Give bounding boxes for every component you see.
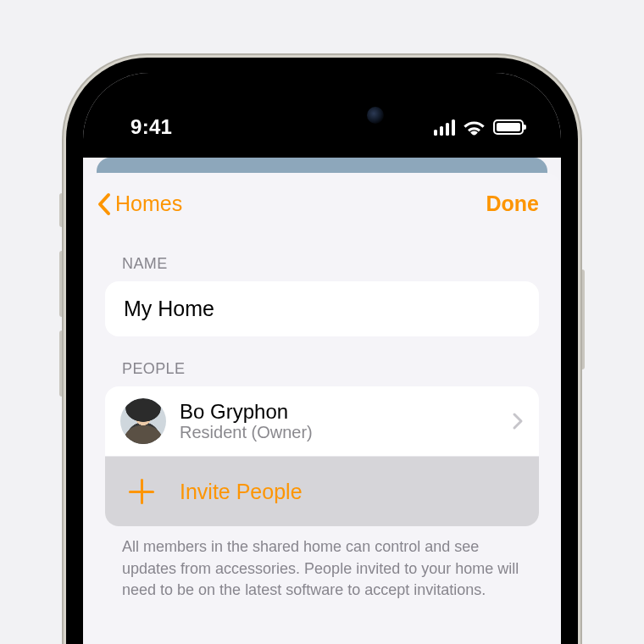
sheet-content: NAME My Home PEOPLE Bo Gryphon Resident … — [83, 255, 561, 602]
invite-label: Invite People — [180, 480, 524, 504]
battery-icon — [493, 119, 524, 135]
phone-bezel: 9:41 — [66, 58, 578, 644]
phone-screen: 9:41 — [83, 73, 561, 644]
back-label: Homes — [115, 192, 182, 216]
nav-bar: Homes Done — [83, 173, 561, 231]
plus-icon — [124, 474, 159, 509]
people-footer-text: All members in the shared home can contr… — [105, 526, 539, 602]
back-button[interactable]: Homes — [97, 192, 182, 216]
done-button[interactable]: Done — [486, 192, 540, 216]
person-text: Bo Gryphon Resident (Owner) — [180, 400, 493, 443]
person-role: Resident (Owner) — [180, 423, 493, 442]
volume-down-button — [59, 330, 66, 397]
person-row[interactable]: Bo Gryphon Resident (Owner) — [105, 386, 539, 456]
dynamic-island — [245, 93, 399, 137]
wifi-icon — [464, 119, 485, 136]
home-name-input[interactable]: My Home — [105, 281, 539, 336]
phone-frame: 9:41 — [66, 58, 578, 644]
chevron-left-icon — [97, 192, 112, 216]
status-icons — [434, 119, 525, 136]
people-card: Bo Gryphon Resident (Owner) Invite Peopl… — [105, 386, 539, 526]
settings-sheet: Homes Done NAME My Home PEOPLE Bo G — [83, 173, 561, 644]
name-card: My Home — [105, 281, 539, 336]
invite-people-button[interactable]: Invite People — [105, 456, 539, 526]
status-time: 9:41 — [130, 115, 172, 139]
person-name: Bo Gryphon — [180, 400, 493, 424]
volume-up-button — [59, 251, 66, 317]
name-section-label: NAME — [122, 255, 539, 273]
front-camera — [367, 107, 384, 124]
chevron-right-icon — [503, 412, 524, 430]
people-section-label: PEOPLE — [122, 360, 539, 378]
power-button — [578, 269, 585, 369]
cellular-icon — [434, 119, 456, 136]
avatar — [120, 398, 166, 444]
side-button — [59, 193, 66, 227]
